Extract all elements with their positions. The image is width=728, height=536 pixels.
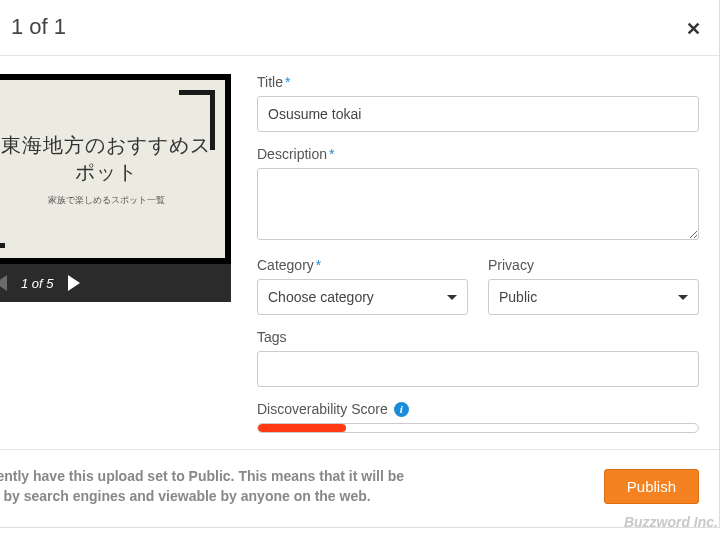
watermark: Buzzword Inc. (624, 514, 718, 530)
prev-slide-icon[interactable] (0, 275, 7, 291)
close-icon[interactable]: ✕ (686, 18, 701, 40)
description-label: Description* (257, 146, 699, 162)
slide-counter: 1 of 5 (21, 276, 54, 291)
category-label: Category* (257, 257, 468, 273)
chevron-down-icon (678, 295, 688, 300)
discoverability-fill (258, 424, 346, 432)
chevron-down-icon (447, 295, 457, 300)
description-input[interactable] (257, 168, 699, 240)
tags-input[interactable] (257, 351, 699, 387)
category-select[interactable]: Choose category (257, 279, 468, 315)
slide-nav: 1 of 5 (0, 264, 231, 302)
privacy-notice: rently have this upload set to Public. T… (0, 466, 404, 507)
tags-label: Tags (257, 329, 699, 345)
privacy-select[interactable]: Public (488, 279, 699, 315)
category-value: Choose category (268, 289, 374, 305)
decor-bracket (0, 188, 5, 248)
slide-preview: 東海地方のおすすめスポット 家族で楽しめるスポット一覧 (0, 74, 231, 264)
privacy-label: Privacy (488, 257, 699, 273)
modal-title: 1 of 1 (11, 14, 66, 39)
slide-subtitle: 家族で楽しめるスポット一覧 (48, 194, 165, 207)
next-slide-icon[interactable] (68, 275, 80, 291)
title-label: Title* (257, 74, 699, 90)
discoverability-track (257, 423, 699, 433)
decor-bracket (179, 90, 215, 150)
discoverability-label: Discoverability Score (257, 401, 388, 417)
title-input[interactable] (257, 96, 699, 132)
info-icon[interactable]: i (394, 402, 409, 417)
privacy-value: Public (499, 289, 537, 305)
publish-button[interactable]: Publish (604, 469, 699, 504)
